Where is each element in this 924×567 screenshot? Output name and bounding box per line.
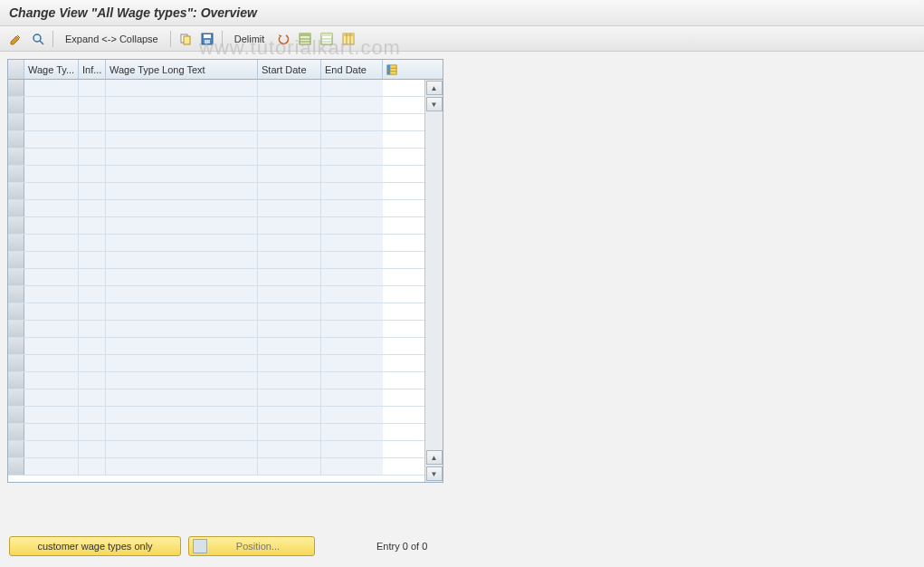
cell-start-date[interactable] <box>258 114 321 130</box>
table-row[interactable] <box>8 183 424 200</box>
cell-long-text[interactable] <box>106 166 258 182</box>
scroll-up-bottom-button[interactable]: ▲ <box>426 450 443 465</box>
column-header-selector[interactable] <box>8 60 24 79</box>
table-row[interactable] <box>8 458 424 476</box>
scroll-track[interactable] <box>425 112 443 449</box>
cell-wage-type[interactable] <box>24 407 79 423</box>
table-row[interactable] <box>8 424 424 441</box>
row-selector[interactable] <box>8 303 24 320</box>
cell-infotype[interactable] <box>79 286 106 303</box>
cell-infotype[interactable] <box>79 252 106 268</box>
cell-long-text[interactable] <box>106 80 258 96</box>
cell-infotype[interactable] <box>79 338 106 354</box>
cell-start-date[interactable] <box>258 183 321 199</box>
cell-start-date[interactable] <box>258 166 321 182</box>
cell-infotype[interactable] <box>79 303 106 320</box>
table-row[interactable] <box>8 80 424 97</box>
cell-long-text[interactable] <box>106 441 258 457</box>
cell-end-date[interactable] <box>321 407 383 423</box>
cell-end-date[interactable] <box>321 424 383 440</box>
row-selector[interactable] <box>8 424 24 440</box>
cell-end-date[interactable] <box>321 149 383 165</box>
cell-end-date[interactable] <box>321 114 383 130</box>
row-selector[interactable] <box>8 149 24 165</box>
cell-start-date[interactable] <box>258 217 321 234</box>
cell-infotype[interactable] <box>79 183 106 199</box>
cell-wage-type[interactable] <box>24 166 79 182</box>
cell-long-text[interactable] <box>106 303 258 320</box>
cell-end-date[interactable] <box>321 389 383 406</box>
cell-end-date[interactable] <box>321 303 383 320</box>
cell-start-date[interactable] <box>258 80 321 96</box>
cell-start-date[interactable] <box>258 149 321 165</box>
cell-wage-type[interactable] <box>24 200 79 216</box>
cell-long-text[interactable] <box>106 183 258 199</box>
cell-end-date[interactable] <box>321 97 383 113</box>
cell-start-date[interactable] <box>258 303 321 320</box>
column-header-end-date[interactable]: End Date <box>321 60 383 79</box>
row-selector[interactable] <box>8 97 24 113</box>
cell-wage-type[interactable] <box>24 338 79 354</box>
cell-infotype[interactable] <box>79 149 106 165</box>
expand-collapse-button[interactable]: Expand <-> Collapse <box>59 31 165 47</box>
row-selector[interactable] <box>8 252 24 268</box>
cell-wage-type[interactable] <box>24 441 79 457</box>
cell-end-date[interactable] <box>321 235 383 251</box>
cell-start-date[interactable] <box>258 389 321 406</box>
table-row[interactable] <box>8 149 424 166</box>
column-header-long-text[interactable]: Wage Type Long Text <box>106 60 258 79</box>
row-selector[interactable] <box>8 217 24 234</box>
column-header-infotype[interactable]: Inf... <box>79 60 106 79</box>
cell-end-date[interactable] <box>321 80 383 96</box>
cell-end-date[interactable] <box>321 252 383 268</box>
cell-long-text[interactable] <box>106 338 258 354</box>
cell-infotype[interactable] <box>79 424 106 440</box>
row-selector[interactable] <box>8 355 24 371</box>
column-header-wage-type[interactable]: Wage Ty... <box>24 60 79 79</box>
cell-long-text[interactable] <box>106 389 258 406</box>
cell-infotype[interactable] <box>79 321 106 337</box>
cell-wage-type[interactable] <box>24 80 79 96</box>
row-selector[interactable] <box>8 389 24 406</box>
table-row[interactable] <box>8 252 424 269</box>
select-all-button[interactable] <box>296 30 314 48</box>
table-row[interactable] <box>8 235 424 252</box>
table-row[interactable] <box>8 166 424 183</box>
cell-start-date[interactable] <box>258 458 321 475</box>
cell-long-text[interactable] <box>106 200 258 216</box>
cell-wage-type[interactable] <box>24 235 79 251</box>
cell-infotype[interactable] <box>79 166 106 182</box>
row-selector[interactable] <box>8 458 24 475</box>
cell-long-text[interactable] <box>106 252 258 268</box>
cell-long-text[interactable] <box>106 286 258 303</box>
scroll-down-button[interactable]: ▼ <box>426 97 443 111</box>
row-selector[interactable] <box>8 200 24 216</box>
table-row[interactable] <box>8 217 424 235</box>
row-selector[interactable] <box>8 321 24 337</box>
customer-wage-types-button[interactable]: customer wage types only <box>9 536 181 556</box>
cell-wage-type[interactable] <box>24 183 79 199</box>
table-row[interactable] <box>8 338 424 355</box>
row-selector[interactable] <box>8 80 24 96</box>
cell-infotype[interactable] <box>79 389 106 406</box>
cell-start-date[interactable] <box>258 286 321 303</box>
cell-start-date[interactable] <box>258 372 321 389</box>
cell-end-date[interactable] <box>321 458 383 475</box>
row-selector[interactable] <box>8 372 24 389</box>
scroll-down-bottom-button[interactable]: ▼ <box>426 466 443 481</box>
cell-infotype[interactable] <box>79 355 106 371</box>
cell-infotype[interactable] <box>79 200 106 216</box>
row-selector[interactable] <box>8 131 24 148</box>
cell-long-text[interactable] <box>106 149 258 165</box>
cell-wage-type[interactable] <box>24 149 79 165</box>
cell-long-text[interactable] <box>106 269 258 285</box>
cell-long-text[interactable] <box>106 407 258 423</box>
cell-start-date[interactable] <box>258 407 321 423</box>
cell-end-date[interactable] <box>321 355 383 371</box>
cell-start-date[interactable] <box>258 355 321 371</box>
cell-infotype[interactable] <box>79 217 106 234</box>
cell-wage-type[interactable] <box>24 252 79 268</box>
row-selector[interactable] <box>8 269 24 285</box>
cell-long-text[interactable] <box>106 424 258 440</box>
cell-long-text[interactable] <box>106 97 258 113</box>
